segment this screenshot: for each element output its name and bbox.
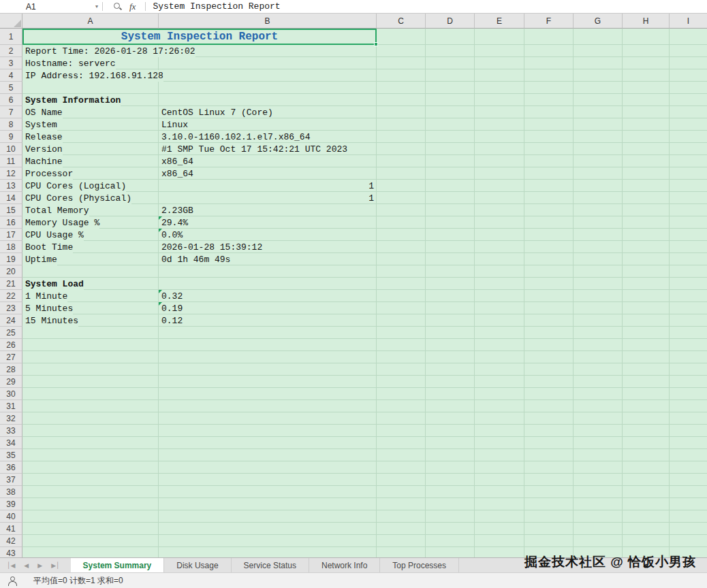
row-header-42[interactable]: 42 bbox=[0, 535, 22, 547]
cell-A33[interactable] bbox=[22, 425, 159, 437]
row-header-31[interactable]: 31 bbox=[0, 400, 22, 412]
name-box[interactable]: A1 ▾ bbox=[0, 0, 102, 13]
cell-A2[interactable]: Report Time: 2026-01-28 17:26:02 bbox=[22, 45, 159, 57]
cell-B9[interactable]: 3.10.0-1160.102.1.el7.x86_64 bbox=[159, 131, 377, 143]
row-header-14[interactable]: 14 bbox=[0, 192, 22, 204]
cell-A18[interactable]: Boot Time bbox=[22, 241, 159, 253]
cell-B13[interactable]: 1 bbox=[159, 180, 377, 192]
row-header-19[interactable]: 19 bbox=[0, 253, 22, 265]
row-header-24[interactable]: 24 bbox=[0, 314, 22, 327]
row-header-41[interactable]: 41 bbox=[0, 523, 22, 535]
cell-A30[interactable] bbox=[22, 388, 159, 400]
row-header-33[interactable]: 33 bbox=[0, 425, 22, 437]
cell-B36[interactable] bbox=[159, 461, 377, 474]
cell-B17[interactable]: 0.0% bbox=[159, 229, 377, 241]
row-header-13[interactable]: 13 bbox=[0, 180, 22, 192]
row-header-4[interactable]: 4 bbox=[0, 69, 22, 82]
sheet-tab-network-info[interactable]: Network Info bbox=[309, 558, 380, 572]
cell-A38[interactable] bbox=[22, 486, 159, 498]
row-header-16[interactable]: 16 bbox=[0, 216, 22, 229]
column-header-A[interactable]: A bbox=[22, 14, 159, 29]
cell-A28[interactable] bbox=[22, 363, 159, 376]
row-header-29[interactable]: 29 bbox=[0, 376, 22, 388]
prev-sheet-icon[interactable]: ◀ bbox=[24, 562, 29, 569]
cell-A9[interactable]: Release bbox=[22, 131, 159, 143]
cell-A37[interactable] bbox=[22, 474, 159, 486]
cell-B32[interactable] bbox=[159, 412, 377, 425]
row-header-36[interactable]: 36 bbox=[0, 461, 22, 474]
cell-B29[interactable] bbox=[159, 376, 377, 388]
cell-A34[interactable] bbox=[22, 437, 159, 449]
cell-B34[interactable] bbox=[159, 437, 377, 449]
cell-A11[interactable]: Machine bbox=[22, 155, 159, 167]
cell-A7[interactable]: OS Name bbox=[22, 106, 159, 118]
cell-B33[interactable] bbox=[159, 425, 377, 437]
cell-A32[interactable] bbox=[22, 412, 159, 425]
cell-A36[interactable] bbox=[22, 461, 159, 474]
fill-handle[interactable] bbox=[374, 42, 378, 46]
row-header-1[interactable]: 1 bbox=[0, 29, 22, 45]
cell-A21[interactable]: System Load bbox=[22, 278, 159, 290]
cell-A40[interactable] bbox=[22, 510, 159, 523]
cell-B31[interactable] bbox=[159, 400, 377, 412]
row-header-11[interactable]: 11 bbox=[0, 155, 22, 167]
cell-B24[interactable]: 0.12 bbox=[159, 314, 377, 327]
cell-B5[interactable] bbox=[159, 82, 377, 94]
row-header-12[interactable]: 12 bbox=[0, 167, 22, 180]
first-sheet-icon[interactable]: │◀ bbox=[7, 562, 15, 569]
cell-B19[interactable]: 0d 1h 46m 49s bbox=[159, 253, 377, 265]
cell-B10[interactable]: #1 SMP Tue Oct 17 15:42:21 UTC 2023 bbox=[159, 143, 377, 155]
cell-A8[interactable]: System bbox=[22, 118, 159, 131]
cell-A39[interactable] bbox=[22, 498, 159, 510]
column-header-F[interactable]: F bbox=[524, 14, 574, 29]
cell-A12[interactable]: Processor bbox=[22, 167, 159, 180]
cell-A25[interactable] bbox=[22, 327, 159, 339]
row-header-28[interactable]: 28 bbox=[0, 363, 22, 376]
row-header-34[interactable]: 34 bbox=[0, 437, 22, 449]
fx-icon[interactable]: fx bbox=[129, 1, 136, 12]
row-header-6[interactable]: 6 bbox=[0, 94, 22, 106]
cell-A16[interactable]: Memory Usage % bbox=[22, 216, 159, 229]
cell-A42[interactable] bbox=[22, 535, 159, 547]
cell-B4[interactable] bbox=[159, 69, 377, 82]
row-header-21[interactable]: 21 bbox=[0, 278, 22, 290]
select-all-corner[interactable] bbox=[0, 14, 22, 29]
row-header-2[interactable]: 2 bbox=[0, 45, 22, 57]
row-header-9[interactable]: 9 bbox=[0, 131, 22, 143]
cell-A26[interactable] bbox=[22, 339, 159, 351]
cell-A19[interactable]: Uptime bbox=[22, 253, 159, 265]
row-header-18[interactable]: 18 bbox=[0, 241, 22, 253]
row-header-5[interactable]: 5 bbox=[0, 82, 22, 94]
row-header-17[interactable]: 17 bbox=[0, 229, 22, 241]
cell-A4[interactable]: IP Address: 192.168.91.128 bbox=[22, 69, 159, 82]
search-icon[interactable] bbox=[114, 2, 123, 11]
row-header-7[interactable]: 7 bbox=[0, 106, 22, 118]
row-header-15[interactable]: 15 bbox=[0, 204, 22, 216]
cell-B23[interactable]: 0.19 bbox=[159, 302, 377, 314]
row-header-40[interactable]: 40 bbox=[0, 510, 22, 523]
cell-B20[interactable] bbox=[159, 265, 377, 278]
row-header-37[interactable]: 37 bbox=[0, 474, 22, 486]
cell-B27[interactable] bbox=[159, 351, 377, 363]
cell-A17[interactable]: CPU Usage % bbox=[22, 229, 159, 241]
cell-B39[interactable] bbox=[159, 498, 377, 510]
column-header-I[interactable]: I bbox=[670, 14, 707, 29]
sheet-tab-system-summary[interactable]: System Summary bbox=[71, 558, 165, 572]
cell-B22[interactable]: 0.32 bbox=[159, 290, 377, 302]
cell-A23[interactable]: 5 Minutes bbox=[22, 302, 159, 314]
column-header-D[interactable]: D bbox=[426, 14, 475, 29]
cell-B12[interactable]: x86_64 bbox=[159, 167, 377, 180]
cell-A31[interactable] bbox=[22, 400, 159, 412]
row-header-43[interactable]: 43 bbox=[0, 547, 22, 557]
cell-B42[interactable] bbox=[159, 535, 377, 547]
cell-A43[interactable] bbox=[22, 547, 159, 557]
row-header-38[interactable]: 38 bbox=[0, 486, 22, 498]
row-header-27[interactable]: 27 bbox=[0, 351, 22, 363]
column-header-E[interactable]: E bbox=[475, 14, 524, 29]
cell-B7[interactable]: CentOS Linux 7 (Core) bbox=[159, 106, 377, 118]
cell-B37[interactable] bbox=[159, 474, 377, 486]
cell-B6[interactable] bbox=[159, 94, 377, 106]
row-header-35[interactable]: 35 bbox=[0, 449, 22, 461]
last-sheet-icon[interactable]: ▶│ bbox=[51, 562, 59, 569]
cell-B11[interactable]: x86_64 bbox=[159, 155, 377, 167]
